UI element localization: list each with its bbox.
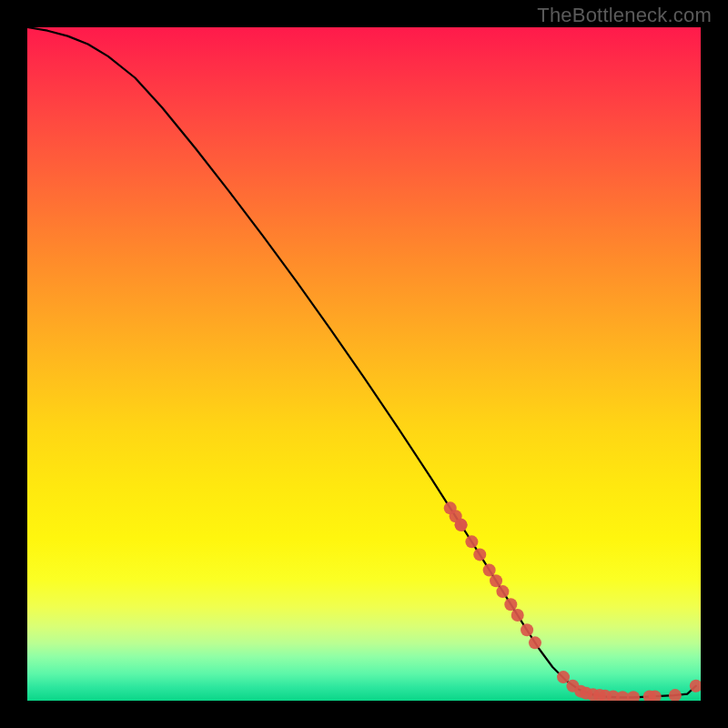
bottleneck-curve [27, 27, 696, 697]
watermark-text: TheBottleneck.com [537, 4, 712, 27]
data-point [627, 691, 640, 701]
data-point [504, 598, 517, 611]
data-point [529, 636, 541, 649]
data-point [496, 585, 509, 598]
data-point [521, 623, 533, 636]
data-point [483, 563, 496, 576]
data-point [616, 691, 629, 701]
plot-area [27, 27, 701, 701]
data-point [473, 548, 486, 561]
data-point [490, 574, 502, 587]
chart-container: TheBottleneck.com [0, 0, 728, 728]
data-point [465, 535, 478, 548]
chart-svg [27, 27, 701, 701]
data-point [669, 689, 682, 701]
data-point [511, 609, 524, 622]
data-point [455, 519, 468, 531]
data-point [557, 671, 570, 683]
data-markers [444, 501, 701, 701]
